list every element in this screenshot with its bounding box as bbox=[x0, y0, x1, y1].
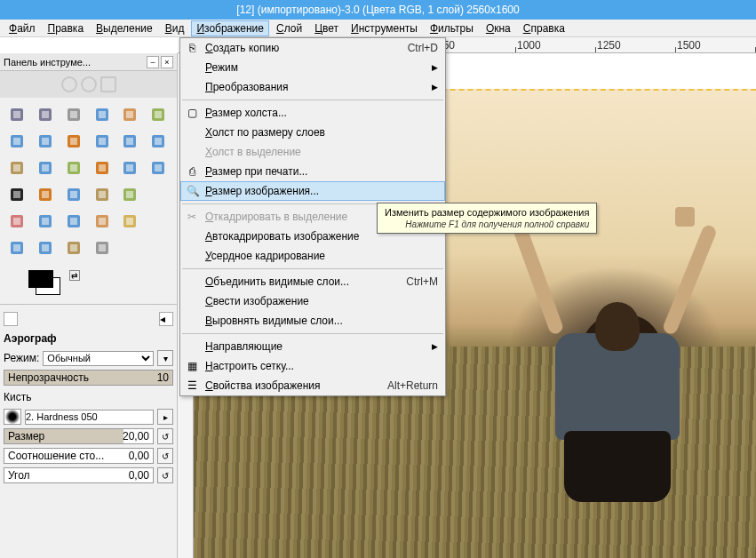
menu-shortcut: Ctrl+D bbox=[408, 42, 438, 54]
aspect-slider[interactable]: Соотношение сто... 0,00 bbox=[4, 448, 154, 464]
menu-вид[interactable]: Вид bbox=[160, 20, 190, 36]
menu-item-label: Направляющие bbox=[205, 340, 283, 353]
panel-min-icon[interactable]: – bbox=[147, 56, 159, 68]
menu-фильтры[interactable]: Фильтры bbox=[425, 20, 479, 36]
menu-item-label: Холст в выделение bbox=[205, 146, 301, 158]
menu-item[interactable]: ⎘Создать копиюCtrl+D bbox=[180, 38, 445, 58]
pencil-icon[interactable] bbox=[91, 183, 114, 206]
menu-item: Холст в выделение bbox=[180, 142, 445, 162]
menu-item[interactable]: Направляющие▶ bbox=[180, 337, 445, 356]
bucket-icon[interactable] bbox=[34, 183, 57, 206]
menu-item[interactable]: Выровнять видимые слои... bbox=[180, 311, 445, 331]
menu-окна[interactable]: Окна bbox=[481, 20, 516, 36]
mypaint-icon[interactable] bbox=[5, 236, 28, 259]
svg-rect-45 bbox=[126, 191, 133, 198]
fg-bg-colors[interactable] bbox=[28, 270, 64, 297]
smudge-icon[interactable] bbox=[34, 236, 57, 259]
menu-item[interactable]: 🔍Размер изображения... bbox=[180, 181, 445, 201]
unified-icon[interactable] bbox=[147, 156, 170, 179]
scissors-icon[interactable] bbox=[147, 103, 170, 126]
svg-rect-23 bbox=[155, 138, 162, 145]
menu-item[interactable]: ▦Настроить сетку... bbox=[180, 356, 445, 376]
rect-select-icon[interactable] bbox=[5, 103, 28, 126]
eraser-icon[interactable] bbox=[5, 210, 28, 233]
menu-справка[interactable]: Справка bbox=[518, 20, 570, 36]
panel-close-icon[interactable]: × bbox=[161, 56, 173, 68]
menu-файл[interactable]: Файл bbox=[4, 20, 41, 36]
menu-item[interactable]: ☰Свойства изображенияAlt+Return bbox=[180, 376, 445, 395]
airbrush-icon[interactable] bbox=[34, 210, 57, 233]
mode-select[interactable]: Обычный bbox=[43, 351, 154, 366]
size-reset-icon[interactable]: ↺ bbox=[157, 428, 173, 444]
crop-icon: ✂ bbox=[185, 210, 199, 224]
menu-item[interactable]: Режим▶ bbox=[180, 58, 445, 77]
dodge-icon[interactable] bbox=[91, 236, 114, 259]
heal-icon[interactable] bbox=[118, 210, 141, 233]
ellipse-select-icon[interactable] bbox=[34, 103, 57, 126]
angle-reset-icon[interactable]: ↺ bbox=[157, 467, 173, 483]
by-color-select-icon[interactable] bbox=[118, 103, 141, 126]
menu-выделение[interactable]: Выделение bbox=[91, 20, 158, 36]
panel-header: Панель инструме... – × bbox=[0, 53, 177, 71]
angle-slider[interactable]: Угол 0,00 bbox=[4, 467, 154, 483]
cage-icon[interactable] bbox=[62, 156, 85, 179]
svg-rect-3 bbox=[42, 111, 49, 118]
svg-rect-25 bbox=[13, 164, 20, 171]
menu-item[interactable]: Объединить видимые слои...Ctrl+M bbox=[180, 272, 445, 291]
fuzzy-select-icon[interactable] bbox=[91, 103, 114, 126]
crop-icon[interactable] bbox=[5, 130, 28, 153]
svg-rect-49 bbox=[42, 218, 49, 225]
text-icon[interactable] bbox=[5, 183, 28, 206]
size-slider[interactable]: Размер 20,00 bbox=[4, 428, 154, 444]
menu-цвет[interactable]: Цвет bbox=[309, 20, 344, 36]
tool-options-menu-icon[interactable]: ◂ bbox=[159, 312, 173, 326]
ink-icon[interactable] bbox=[62, 210, 85, 233]
tooltip: Изменить размер содержимого изображения … bbox=[377, 203, 597, 234]
tool-options-tab[interactable] bbox=[4, 312, 18, 326]
swap-colors-icon[interactable]: ⇄ bbox=[69, 270, 80, 281]
clone-icon[interactable] bbox=[91, 210, 114, 233]
mode-menu-icon[interactable]: ▾ bbox=[157, 350, 173, 366]
title-bar: [12] (импортировано)-3.0 (Цвета RGB, 1 с… bbox=[0, 0, 756, 20]
svg-rect-9 bbox=[126, 111, 133, 118]
perspective-icon[interactable] bbox=[5, 156, 28, 179]
active-tool-name: Аэрограф bbox=[4, 332, 57, 345]
text-hint-icon[interactable] bbox=[118, 156, 141, 179]
menu-item[interactable]: Свести изображение bbox=[180, 291, 445, 311]
brush-preview[interactable] bbox=[4, 409, 21, 425]
svg-rect-15 bbox=[42, 138, 49, 145]
menu-слой[interactable]: Слой bbox=[271, 20, 307, 36]
menu-инструменты[interactable]: Инструменты bbox=[346, 20, 423, 36]
warp-icon[interactable] bbox=[91, 156, 114, 179]
shear-icon[interactable] bbox=[147, 130, 170, 153]
menu-item-label: Свойства изображения bbox=[205, 379, 321, 392]
free-select-icon[interactable] bbox=[62, 103, 85, 126]
menu-изображение[interactable]: Изображение bbox=[191, 20, 269, 36]
tool-grid bbox=[0, 98, 177, 265]
menu-item[interactable]: Усердное кадрирование bbox=[180, 246, 445, 266]
flip-icon[interactable] bbox=[34, 156, 57, 179]
blur-icon[interactable] bbox=[62, 236, 85, 259]
menu-item[interactable]: ▢Размер холста... bbox=[180, 103, 445, 123]
menu-правка[interactable]: Правка bbox=[43, 20, 90, 36]
paintbrush-icon[interactable] bbox=[118, 183, 141, 206]
gradient-icon[interactable] bbox=[62, 183, 85, 206]
aspect-reset-icon[interactable]: ↺ bbox=[157, 448, 173, 464]
scale-icon: 🔍 bbox=[186, 184, 200, 198]
menu-item[interactable]: Холст по размеру слоев bbox=[180, 123, 445, 142]
tooltip-hint: Нажмите F1 для получения полной справки bbox=[385, 219, 589, 229]
align-icon[interactable] bbox=[62, 130, 85, 153]
svg-rect-11 bbox=[155, 111, 162, 118]
opacity-slider[interactable]: Непрозрачность 10 bbox=[4, 370, 173, 386]
svg-rect-61 bbox=[70, 244, 77, 251]
rotate-icon[interactable] bbox=[91, 130, 114, 153]
svg-rect-35 bbox=[155, 164, 162, 171]
menu-item[interactable]: Преобразования▶ bbox=[180, 77, 445, 97]
svg-rect-21 bbox=[126, 138, 133, 145]
brush-name-input[interactable] bbox=[25, 410, 154, 425]
menu-item[interactable]: ⎙Размер при печати... bbox=[180, 162, 445, 181]
move-icon[interactable] bbox=[34, 130, 57, 153]
svg-rect-47 bbox=[13, 218, 20, 225]
scale-icon[interactable] bbox=[118, 130, 141, 153]
brush-menu-icon[interactable]: ▸ bbox=[157, 409, 173, 425]
